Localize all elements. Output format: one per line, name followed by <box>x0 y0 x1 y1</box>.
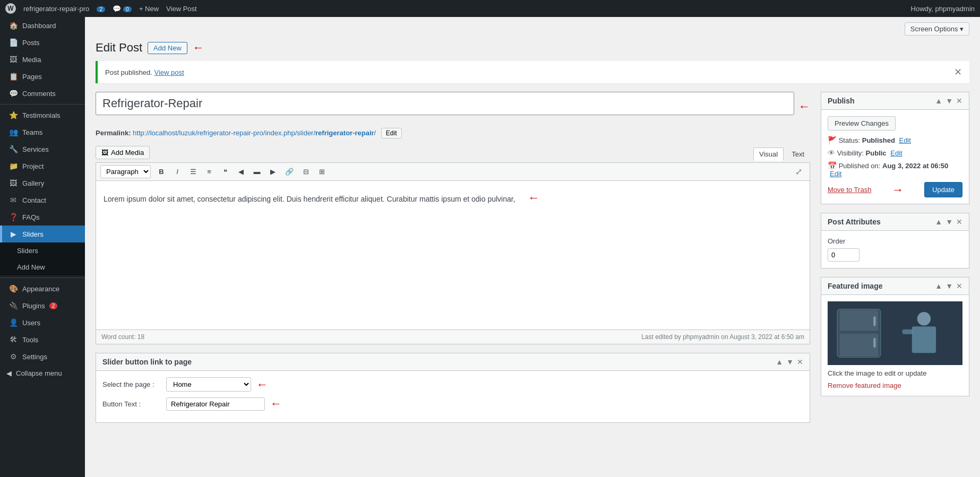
remove-featured-image-link[interactable]: Remove featured image <box>828 381 901 389</box>
arrow-title: ← <box>798 100 810 114</box>
update-button[interactable]: Update <box>924 182 962 197</box>
notice-close-button[interactable]: ✕ <box>954 66 962 78</box>
bold-button[interactable]: B <box>154 166 169 178</box>
view-post-link[interactable]: View Post <box>166 5 197 13</box>
wp-logo-icon[interactable]: W <box>5 3 16 14</box>
main-editor: ← Permalink: http://localhost/luzuk/refr… <box>96 92 810 431</box>
sidebar-submenu-sliders[interactable]: Sliders <box>0 242 85 259</box>
sidebar-item-label: Comments <box>22 90 56 98</box>
unlink-button[interactable]: ⊟ <box>298 166 313 178</box>
italic-button[interactable]: I <box>170 166 185 178</box>
view-post-notice-link[interactable]: View post <box>154 68 184 76</box>
paragraph-select[interactable]: Paragraph <box>100 165 151 178</box>
page-select[interactable]: Home About Contact Services <box>166 377 251 392</box>
sliders-icon: ▶ <box>8 230 18 238</box>
slider-section-header[interactable]: Slider button link to page ▲ ▼ ✕ <box>96 353 810 371</box>
link-button[interactable]: 🔗 <box>281 166 297 178</box>
sidebar-item-services[interactable]: 🔧 Services <box>0 141 85 158</box>
featured-down[interactable]: ▼ <box>945 282 953 290</box>
updates-badge[interactable]: 2 <box>97 5 105 13</box>
sidebar-item-pages[interactable]: 📋 Pages <box>0 68 85 85</box>
align-left-button[interactable]: ◀ <box>234 166 248 178</box>
visibility-value: Public <box>866 149 887 157</box>
order-input[interactable] <box>828 248 859 262</box>
permalink-row: Permalink: http://localhost/luzuk/refrig… <box>96 128 810 138</box>
permalink-edit-button[interactable]: Edit <box>381 128 402 138</box>
permalink-label: Permalink: <box>96 129 131 137</box>
collapse-menu-button[interactable]: ◀ Collapse menu <box>0 365 85 381</box>
align-right-button[interactable]: ▶ <box>265 166 280 178</box>
comments-icon[interactable]: 💬 0 <box>113 5 132 13</box>
content-area: ← Permalink: http://localhost/luzuk/refr… <box>96 92 969 431</box>
sidebar-item-media[interactable]: 🖼 Media <box>0 51 85 68</box>
table-button[interactable]: ⊞ <box>314 166 329 178</box>
sidebar-item-teams[interactable]: 👥 Teams <box>0 124 85 141</box>
sidebar-item-appearance[interactable]: 🎨 Appearance <box>0 280 85 297</box>
expand-editor-button[interactable]: ⤢ <box>792 166 805 178</box>
ordered-list-button[interactable]: ≡ <box>202 166 217 178</box>
permalink-link[interactable]: http://localhost/luzuk/refrigerator-repa… <box>133 129 378 137</box>
featured-image-caption: Click the image to edit or update <box>828 369 962 377</box>
howdy-text: Howdy, phpmyadmin <box>911 5 975 13</box>
publish-panel-close[interactable]: ✕ <box>956 97 962 105</box>
sidebar-submenu-add-new[interactable]: Add New <box>0 259 85 275</box>
svg-rect-9 <box>873 338 876 348</box>
sidebar-item-contact[interactable]: ✉ Contact <box>0 192 85 209</box>
sidebar-item-faqs[interactable]: ❓ FAQs <box>0 209 85 226</box>
sidebar-item-dashboard[interactable]: 🏠 Dashboard <box>0 17 85 34</box>
post-attributes-body: Order <box>821 231 969 268</box>
slider-collapse-up-button[interactable]: ▲ <box>776 358 783 366</box>
slider-close-button[interactable]: ✕ <box>797 358 803 366</box>
attributes-close[interactable]: ✕ <box>956 218 962 226</box>
publish-notice: Post published. View post ✕ <box>96 61 969 83</box>
sidebar-item-label: Contact <box>22 196 46 204</box>
featured-image-title: Featured image <box>828 282 882 290</box>
button-text-input[interactable] <box>166 397 265 411</box>
text-tab[interactable]: Text <box>786 148 810 161</box>
post-title-input[interactable] <box>96 92 794 115</box>
sidebar-item-gallery[interactable]: 🖼 Gallery <box>0 175 85 192</box>
sidebar-item-project[interactable]: 📁 Project <box>0 158 85 175</box>
sidebar-item-tools[interactable]: 🛠 Tools <box>0 331 85 348</box>
status-edit-link[interactable]: Edit <box>899 136 910 144</box>
publish-panel-down[interactable]: ▼ <box>945 97 953 105</box>
slider-collapse-down-button[interactable]: ▼ <box>786 358 794 366</box>
blockquote-button[interactable]: ❝ <box>218 166 233 178</box>
sidebar-item-comments[interactable]: 💬 Comments <box>0 85 85 102</box>
sidebar-item-settings[interactable]: ⚙ Settings <box>0 348 85 365</box>
featured-close[interactable]: ✕ <box>956 282 962 290</box>
preview-changes-button[interactable]: Preview Changes <box>828 116 896 131</box>
order-label: Order <box>828 237 962 245</box>
word-count: Word count: 18 <box>101 333 144 341</box>
pages-icon: 📋 <box>8 72 18 81</box>
published-edit-link[interactable]: Edit <box>830 170 841 178</box>
sidebar-item-posts[interactable]: 📄 Posts <box>0 34 85 51</box>
attributes-up[interactable]: ▲ <box>935 218 942 226</box>
new-content-link[interactable]: + New <box>139 5 159 13</box>
sidebar-item-plugins[interactable]: 🔌 Plugins 2 <box>0 297 85 314</box>
arrow-content: ← <box>528 188 539 207</box>
sidebar-item-users[interactable]: 👤 Users <box>0 314 85 331</box>
visibility-row: 👁 Visibility: Public Edit <box>828 149 962 157</box>
featured-up[interactable]: ▲ <box>935 282 942 290</box>
visual-tab[interactable]: Visual <box>753 148 784 161</box>
screen-options-button[interactable]: Screen Options ▾ <box>905 22 969 36</box>
unordered-list-button[interactable]: ☰ <box>186 166 201 178</box>
sidebar-item-label: Media <box>22 56 41 64</box>
svg-rect-5 <box>840 310 879 332</box>
sidebar-item-sliders[interactable]: ▶ Sliders <box>0 226 85 242</box>
align-center-button[interactable]: ▬ <box>250 166 264 178</box>
plugins-icon: 🔌 <box>8 301 18 310</box>
visibility-edit-link[interactable]: Edit <box>890 149 902 157</box>
featured-image-thumbnail[interactable] <box>828 301 962 365</box>
site-name[interactable]: refrigerator-repair-pro <box>23 5 89 13</box>
publish-actions: Move to Trash → Update <box>828 182 962 197</box>
add-new-button[interactable]: Add New <box>148 42 187 54</box>
sidebar-item-testimonials[interactable]: ⭐ Testimonials <box>0 107 85 124</box>
editor-content[interactable]: Lorem ipsum dolor sit amet, consectetur … <box>96 181 810 329</box>
add-media-button[interactable]: 🖼 Add Media <box>96 146 150 159</box>
move-to-trash-button[interactable]: Move to Trash <box>828 186 871 194</box>
featured-image-panel: Featured image ▲ ▼ ✕ <box>821 277 969 396</box>
publish-panel-up[interactable]: ▲ <box>935 97 942 105</box>
attributes-down[interactable]: ▼ <box>945 218 953 226</box>
